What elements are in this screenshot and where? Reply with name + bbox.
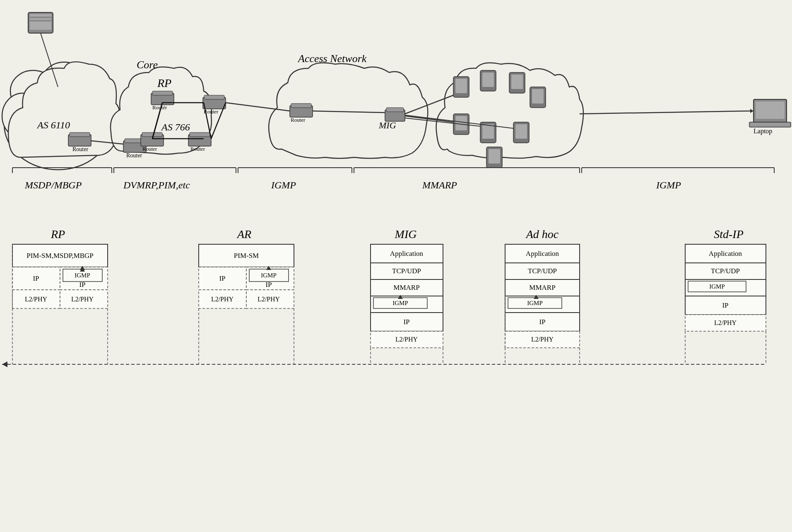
rp-title: RP [51,228,65,241]
svg-text:IP: IP [265,281,272,289]
svg-text:IGMP: IGMP [527,300,543,306]
svg-text:Laptop: Laptop [753,128,772,135]
svg-text:AS 766: AS 766 [161,122,190,132]
svg-text:L2/PHY: L2/PHY [531,336,554,343]
protocol-stacks: RP PIM-SM,MSDP,MBGP IP IGMP IP L2/PH [0,219,792,518]
svg-text:Application: Application [390,250,424,258]
svg-text:PIM-SM,MSDP,MBGP: PIM-SM,MSDP,MBGP [26,252,94,260]
svg-rect-33 [386,108,404,112]
svg-marker-167 [2,361,7,367]
svg-rect-70 [30,14,51,30]
svg-text:Ad hoc: Ad hoc [525,228,559,241]
svg-text:AS 6110: AS 6110 [36,120,70,130]
svg-text:Router: Router [291,117,306,123]
svg-text:MIG: MIG [395,228,417,241]
svg-rect-27 [204,95,224,99]
svg-text:IGMP: IGMP [261,272,277,279]
svg-text:L2/PHY: L2/PHY [71,296,94,303]
svg-text:Access Network: Access Network [297,53,367,65]
svg-text:TCP/UDP: TCP/UDP [528,267,557,275]
svg-rect-38 [482,72,494,87]
svg-text:TCP/UDP: TCP/UDP [392,267,421,275]
svg-rect-21 [142,132,162,137]
svg-text:L2/PHY: L2/PHY [25,296,48,303]
svg-rect-36 [455,79,467,93]
svg-rect-48 [515,124,527,139]
svg-text:IP: IP [79,281,85,289]
svg-text:L2/PHY: L2/PHY [211,296,234,303]
svg-text:Router: Router [126,152,142,159]
svg-rect-71 [30,17,51,18]
svg-rect-46 [482,124,494,139]
svg-rect-50 [489,149,500,164]
svg-text:IGMP: IGMP [392,300,408,306]
svg-text:Std-IP: Std-IP [714,228,744,241]
svg-text:RP: RP [157,77,171,89]
svg-text:IP: IP [539,318,545,326]
main-container: AS 6110 Core Access Network Router Route… [0,0,792,532]
svg-text:IP: IP [722,301,728,309]
svg-rect-72 [30,20,51,22]
svg-text:MIG: MIG [378,120,396,130]
svg-text:IP: IP [33,274,39,282]
svg-text:IGMP: IGMP [271,180,296,190]
svg-text:IGMP: IGMP [75,272,90,279]
svg-text:MSDP/MBGP: MSDP/MBGP [24,180,82,190]
svg-text:IGMP: IGMP [656,180,681,190]
svg-line-67 [580,111,751,114]
svg-text:PIM-SM: PIM-SM [234,252,259,260]
svg-text:MMARP: MMARP [422,180,457,190]
svg-rect-53 [749,122,791,127]
svg-text:Core: Core [137,59,158,71]
svg-text:L2/PHY: L2/PHY [395,336,418,343]
svg-marker-68 [750,109,753,113]
svg-text:Router: Router [142,146,157,152]
svg-text:Router: Router [72,146,88,152]
svg-text:DVMRP,PIM,etc: DVMRP,PIM,etc [123,180,190,190]
svg-text:AR: AR [236,228,251,241]
svg-rect-52 [756,101,785,119]
svg-rect-10 [70,132,90,137]
svg-rect-40 [511,75,523,89]
svg-text:Application: Application [709,250,742,258]
svg-text:L2/PHY: L2/PHY [714,319,737,326]
svg-text:Application: Application [526,250,559,258]
svg-rect-17 [152,91,173,95]
svg-text:IP: IP [403,318,409,326]
svg-rect-30 [291,104,311,108]
svg-text:IGMP: IGMP [709,283,725,290]
svg-rect-44 [455,116,467,130]
svg-text:MMARP: MMARP [393,284,419,291]
svg-text:L2/PHY: L2/PHY [258,296,280,303]
svg-rect-42 [532,89,544,104]
svg-rect-24 [190,132,210,137]
svg-text:TCP/UDP: TCP/UDP [711,267,740,275]
svg-text:Router: Router [190,146,205,152]
network-diagram: AS 6110 Core Access Network Router Route… [0,4,792,215]
svg-text:IP: IP [219,274,225,282]
svg-text:MMARP: MMARP [529,284,555,291]
